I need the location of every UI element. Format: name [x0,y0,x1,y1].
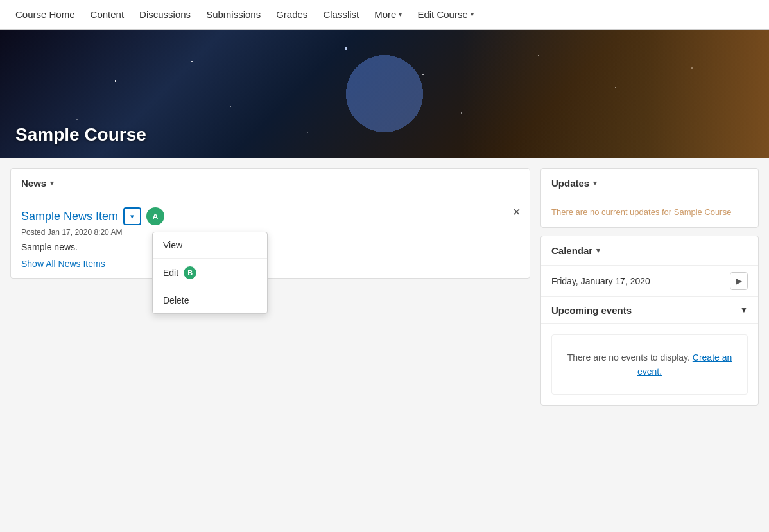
news-item-dropdown-button[interactable]: ▾ [123,207,141,225]
calendar-label: Calendar [551,245,592,256]
nav-grades[interactable]: Grades [268,0,315,30]
no-events-box: There are no events to display. Create a… [551,334,748,395]
upcoming-label: Upcoming events [551,305,632,316]
nav-course-home[interactable]: Course Home [8,0,83,30]
updates-chevron-icon[interactable]: ▾ [593,179,597,187]
news-item-dropdown-menu: View Edit B Delete [152,232,268,314]
news-label: News [21,178,46,189]
nav-classlist[interactable]: Classlist [315,0,367,30]
calendar-date: Friday, January 17, 2020 [551,276,650,286]
edit-course-chevron-icon: ▾ [471,0,474,30]
upcoming-events-header: Upcoming events ▼ [541,297,758,324]
dropdown-menu-delete[interactable]: Delete [153,287,267,313]
edit-label: Edit [163,268,178,278]
dropdown-menu-edit[interactable]: Edit B [153,259,267,287]
calendar-card: Calendar ▾ Friday, January 17, 2020 ▶ Up… [540,236,759,406]
news-item-title[interactable]: Sample News Item [21,210,118,223]
news-item-header: Sample News Item ▾ A [21,207,519,225]
upcoming-chevron-icon[interactable]: ▼ [740,305,748,314]
main-container: News ▾ Sample News Item ▾ A Posted Jan 1… [0,158,769,424]
news-section-header: News ▾ [11,169,530,198]
updates-section-header: Updates ▾ [541,169,758,198]
nav-content[interactable]: Content [83,0,132,30]
nav-discussions[interactable]: Discussions [132,0,198,30]
updates-text: There are no current updates for Sample … [541,198,758,227]
news-chevron-icon[interactable]: ▾ [50,179,54,187]
left-column: News ▾ Sample News Item ▾ A Posted Jan 1… [10,168,530,413]
nav-edit-course[interactable]: Edit Course ▾ [410,0,481,30]
nav-submissions[interactable]: Submissions [198,0,268,30]
news-item-close-button[interactable]: ✕ [512,207,521,218]
news-item: Sample News Item ▾ A Posted Jan 17, 2020… [11,198,530,278]
news-item-avatar: A [146,207,164,225]
nav-more[interactable]: More ▾ [367,0,410,30]
news-card: News ▾ Sample News Item ▾ A Posted Jan 1… [10,168,530,279]
calendar-date-row: Friday, January 17, 2020 ▶ [541,266,758,297]
updates-label: Updates [551,178,589,189]
news-item-body: Sample news. [21,242,519,252]
more-chevron-icon: ▾ [399,0,402,30]
top-navigation: Course Home Content Discussions Submissi… [0,0,769,30]
calendar-section-header: Calendar ▾ [541,236,758,266]
course-title: Sample Course [15,124,146,145]
calendar-next-button[interactable]: ▶ [730,272,748,290]
delete-label: Delete [163,295,189,305]
dropdown-menu-view[interactable]: View [153,232,267,259]
edit-badge: B [184,266,196,279]
upcoming-events-body: There are no events to display. Create a… [541,324,758,406]
no-events-text: There are no events to display. [567,352,690,363]
view-label: View [163,240,182,250]
show-all-news-link[interactable]: Show All News Items [21,259,105,269]
calendar-chevron-icon[interactable]: ▾ [596,246,600,255]
news-item-date: Posted Jan 17, 2020 8:20 AM [21,228,519,237]
right-column: Updates ▾ There are no current updates f… [540,168,759,413]
updates-card: Updates ▾ There are no current updates f… [540,168,759,228]
hero-banner: Sample Course [0,30,769,158]
